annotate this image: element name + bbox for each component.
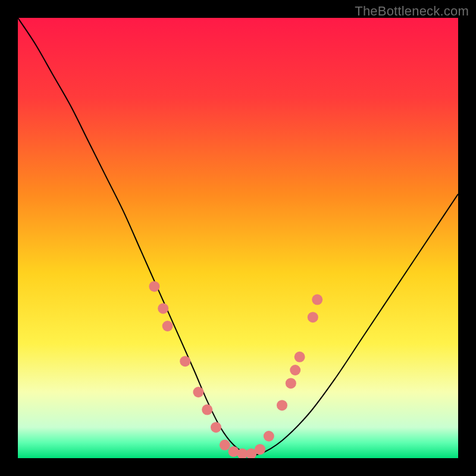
curve-marker xyxy=(286,378,296,389)
curve-marker xyxy=(290,365,300,375)
curve-marker xyxy=(295,352,305,362)
curve-marker xyxy=(277,400,287,411)
chart-frame: TheBottleneck.com xyxy=(0,0,476,476)
curve-marker xyxy=(308,312,318,322)
bottleneck-curve xyxy=(18,18,458,455)
curve-marker xyxy=(202,405,212,415)
curve-marker xyxy=(193,387,203,397)
curve-marker xyxy=(312,295,322,305)
curve-marker xyxy=(220,440,230,450)
curve-marker xyxy=(180,356,190,367)
curve-layer xyxy=(18,18,458,458)
curve-marker xyxy=(162,321,173,331)
watermark-text: TheBottleneck.com xyxy=(355,4,469,19)
plot-area xyxy=(18,18,458,458)
curve-marker xyxy=(158,303,168,314)
curve-marker xyxy=(264,431,274,441)
curve-markers xyxy=(149,281,322,458)
curve-marker xyxy=(255,444,265,455)
curve-marker xyxy=(149,281,159,292)
curve-marker xyxy=(211,422,221,433)
